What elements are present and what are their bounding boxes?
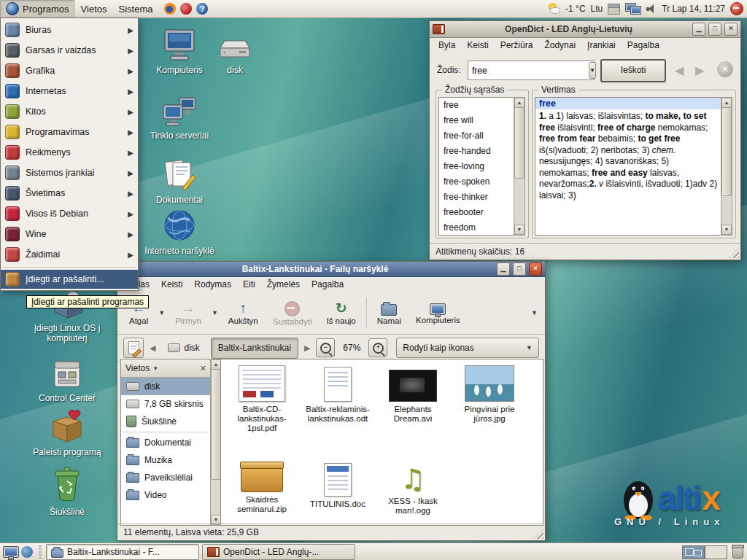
scroll-up-icon[interactable]: ▲: [721, 98, 732, 108]
menu-item-zaidimai[interactable]: Žaidimai▶: [1, 244, 138, 265]
desktop-icon-disk[interactable]: disk: [191, 36, 279, 75]
menu-item-biuras[interactable]: Biuras▶: [1, 20, 138, 40]
reload-button[interactable]: ↻ Iš naujo: [322, 299, 360, 327]
minimize-button[interactable]: ▁: [692, 23, 705, 36]
combo-dropdown-icon[interactable]: ▼: [589, 62, 596, 79]
path-scroll-right-icon[interactable]: ▶: [303, 342, 311, 354]
side-pane-dropdown-icon[interactable]: ▼: [152, 365, 158, 372]
word-list-item[interactable]: free-loving: [439, 159, 514, 174]
zoom-in-button[interactable]: +: [368, 338, 387, 357]
word-list-item[interactable]: freedom: [439, 220, 514, 236]
word-list-item[interactable]: free-thinker: [439, 190, 514, 205]
maximize-button[interactable]: □: [513, 262, 526, 276]
menu-keisti[interactable]: Keisti: [155, 277, 188, 292]
desktop-icon-trash[interactable]: Šiukšlinė: [22, 465, 112, 517]
back-arrow-icon[interactable]: ◀: [673, 62, 685, 79]
file-item-jpg[interactable]: Pingvinai prie jūros.jpg: [452, 364, 527, 424]
fm-titlebar[interactable]: Baltix-Lankstinukai - Failų naršyklė ▁ □…: [117, 262, 545, 277]
clock[interactable]: Tr Lap 14, 11:27: [662, 4, 725, 14]
menu-eiti[interactable]: Eiti: [237, 277, 261, 292]
side-pane-item-partition[interactable]: 7,8 GB skirsnis: [121, 395, 211, 413]
package-launcher-icon[interactable]: [180, 3, 192, 15]
keyboard-layout-indicator[interactable]: Ltu: [591, 4, 603, 14]
word-list-item[interactable]: free will: [439, 113, 514, 128]
desktop-icon-network-servers[interactable]: Tinklo serveriai: [134, 96, 225, 141]
task-opendict[interactable]: OpenDict - LED Anglų-...: [202, 544, 355, 560]
menu-item-sistemos-irankiai[interactable]: Sistemos įrankiai▶: [1, 163, 138, 183]
file-item-zip[interactable]: Skaidrės seminarui.zip: [225, 462, 298, 514]
help-launcher-icon[interactable]: ?: [196, 3, 208, 15]
minimize-button[interactable]: ▁: [497, 262, 510, 276]
workspace-globe-icon[interactable]: [21, 546, 33, 558]
menu-keisti[interactable]: Keisti: [461, 38, 494, 52]
file-item-pdf[interactable]: Baltix-CD-lankstinukas-1psl.pdf: [225, 364, 298, 433]
forward-arrow-icon[interactable]: ▶: [694, 62, 705, 79]
menu-zodynai[interactable]: Žodynai: [538, 38, 581, 52]
word-list-item[interactable]: free: [439, 98, 514, 113]
menu-item-install-remove[interactable]: Įdiegti ar pašalinti...: [1, 270, 138, 289]
zoom-out-button[interactable]: −: [316, 338, 335, 357]
menu-irankiai[interactable]: Įrankiai: [581, 38, 622, 52]
file-item-odt[interactable]: Baltix-reklaminis-lankstinukas.odt: [301, 364, 374, 424]
home-button[interactable]: Namai: [373, 299, 406, 327]
forward-button[interactable]: → Pirmyn: [171, 299, 206, 327]
back-dropdown-icon[interactable]: ▼: [158, 309, 165, 316]
computer-button[interactable]: Kompiuteris: [411, 300, 465, 326]
view-mode-combo[interactable]: Rodyti kaip ikonas ▼: [396, 338, 539, 358]
maximize-button[interactable]: □: [708, 23, 721, 36]
path-scroll-left-icon[interactable]: ◀: [148, 342, 157, 354]
stop-icon[interactable]: ✕: [717, 61, 733, 77]
firefox-launcher-icon[interactable]: [164, 3, 176, 15]
scroll-down-icon[interactable]: ▼: [514, 225, 525, 235]
panel-menu-sistema[interactable]: Sistema: [112, 1, 158, 17]
resize-grip[interactable]: [729, 248, 739, 258]
file-item-ogg[interactable]: ♫ XESS - Ikask man!.ogg: [376, 460, 450, 516]
show-desktop-icon[interactable]: [3, 546, 19, 558]
side-pane-item-music[interactable]: Muzika: [121, 451, 211, 469]
side-pane-item-video[interactable]: Video: [121, 486, 211, 504]
resize-grip[interactable]: [533, 529, 543, 539]
opendict-titlebar[interactable]: OpenDict - LED Anglų-Lietuvių ▁ □ ✕: [430, 21, 740, 38]
scrollbar-thumb[interactable]: [721, 107, 732, 196]
translation-scrollbar[interactable]: ▲ ▼: [721, 97, 732, 236]
side-pane-item-pictures[interactable]: Paveikslėliai: [121, 469, 211, 486]
menu-pagalba[interactable]: Pagalba: [622, 38, 665, 52]
menu-item-garsas-ir-vaizdas[interactable]: Garsas ir vaizdas▶: [1, 40, 138, 61]
menu-item-visos-is-debian[interactable]: Visos iš Debian▶: [1, 203, 138, 224]
task-file-manager[interactable]: Baltix-Lankstinukai - F...: [46, 544, 199, 560]
side-pane-item-disk[interactable]: disk: [121, 378, 211, 395]
word-list-item[interactable]: free-handed: [439, 144, 514, 159]
side-pane-item-trash[interactable]: Šiukšlinė: [121, 413, 211, 430]
close-button[interactable]: ✕: [529, 262, 542, 276]
fm-files-pane[interactable]: Baltix-CD-lankstinukas-1psl.pdf Baltix-r…: [220, 359, 543, 526]
word-list-item[interactable]: freebooter: [439, 205, 514, 220]
desktop-icon-control-center[interactable]: Control Center: [22, 359, 112, 403]
trash-applet-icon[interactable]: [732, 546, 743, 559]
up-button[interactable]: ↑ Aukštyn: [224, 299, 263, 327]
desktop-icon-web-browser[interactable]: Interneto naršyklė: [134, 209, 225, 256]
stop-button[interactable]: Sustabdyti: [268, 298, 317, 327]
weather-temperature[interactable]: -1 °C: [565, 4, 585, 14]
panel-menu-programos[interactable]: Programos: [0, 0, 75, 18]
workspace-switcher[interactable]: [682, 545, 727, 559]
workspace-2[interactable]: [705, 545, 727, 559]
word-list-scrollbar[interactable]: ▲ ▼: [514, 97, 525, 236]
menu-item-internetas[interactable]: Internetas▶: [1, 81, 138, 101]
word-list-item[interactable]: free-spoken: [439, 174, 514, 190]
menu-item-reikmenys[interactable]: Reikmenys▶: [1, 142, 138, 163]
weather-icon[interactable]: [548, 3, 560, 15]
word-input[interactable]: [468, 66, 589, 76]
word-combo[interactable]: ▼: [468, 61, 595, 80]
side-pane-title[interactable]: Vietos: [125, 363, 150, 373]
menu-item-programavimas[interactable]: Programavimas▶: [1, 122, 138, 142]
path-button-disk[interactable]: disk: [161, 338, 206, 358]
menu-byla[interactable]: Byla: [433, 38, 461, 52]
desktop-icon-documents[interactable]: Dokumentai: [134, 158, 225, 205]
scroll-down-icon[interactable]: ▼: [721, 225, 732, 235]
edit-location-button[interactable]: [123, 338, 144, 358]
scroll-up-icon[interactable]: ▲: [514, 98, 525, 108]
menu-item-wine[interactable]: Wine▶: [1, 224, 138, 244]
volume-icon[interactable]: [646, 4, 657, 14]
scrollbar-thumb[interactable]: [514, 107, 525, 179]
menu-item-grafika[interactable]: Grafika▶: [1, 61, 138, 81]
